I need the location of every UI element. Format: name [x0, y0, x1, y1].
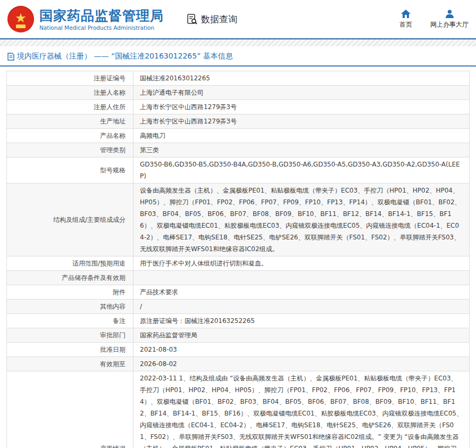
field-value: 2022-03-11 1、结构及组成由 “设备由高频发生器（主机）、金属极板PE… — [133, 371, 470, 448]
field-label: 注册证编号 — [7, 71, 133, 86]
field-value: 原注册证编号：国械注准20163252265 — [133, 314, 470, 328]
field-label: 生产地址 — [7, 114, 133, 129]
hatch-band — [0, 39, 476, 46]
nav-home[interactable]: 首页 — [399, 10, 412, 29]
field-value: 用于医疗手术中对人体组织进行切割和凝血。 — [133, 256, 470, 271]
field-label: 适用范围/预期用途 — [7, 256, 133, 271]
document-icon — [7, 53, 14, 61]
field-label: 有效期至 — [7, 357, 133, 371]
field-value — [133, 271, 470, 285]
table-row: 审批部门 国家药品监督管理局 — [7, 328, 470, 343]
site-header: ★ 国家药品监督管理局 National Medical Products Ad… — [0, 0, 476, 38]
field-value: 2026-08-02 — [133, 357, 470, 371]
field-label: 备注 — [7, 314, 133, 328]
table-row: 其他内容 / — [7, 300, 470, 314]
data-query-icon — [186, 13, 198, 25]
field-value: 上海沪通电子有限公司 — [133, 86, 470, 100]
nmpa-logo[interactable]: ★ — [7, 6, 34, 32]
field-value: 产品技术要求 — [133, 285, 470, 300]
table-row: 注册人名称 上海沪通电子有限公司 — [7, 86, 470, 100]
person-icon — [445, 10, 454, 18]
nav-home-label: 首页 — [399, 20, 412, 29]
field-value: 高频电刀 — [133, 129, 470, 143]
field-label: 产品储存条件及有效期 — [7, 271, 133, 285]
field-label: 产品名称 — [7, 129, 133, 143]
brand-block: 国家药品监督管理局 National Medical Products Admi… — [39, 8, 164, 31]
data-query-link[interactable]: 数据查询 — [186, 13, 237, 26]
nav-service-hall[interactable]: 网上办事大厅 — [430, 10, 469, 29]
table-row: 管理类别 第三类 — [7, 143, 470, 157]
site-subtitle: National Medical Products Administration — [39, 24, 164, 31]
field-label: 结构及组成/主要组成成分 — [7, 184, 133, 256]
field-label: 注册人住所 — [7, 100, 133, 114]
breadcrumb: 境内医疗器械（注册） —— “国械注准20163012265” 基本信息 — [0, 46, 476, 67]
field-label: 型号规格 — [7, 157, 133, 184]
table-row: 附件 产品技术要求 — [7, 285, 470, 300]
field-value: 第三类 — [133, 143, 470, 157]
table-row: 注册人住所 上海市长宁区中山西路1279弄3号 — [7, 100, 470, 114]
main-content: 注册证编号 国械注准20163012265 注册人名称 上海沪通电子有限公司 注… — [0, 67, 476, 448]
table-row: 产品名称 高频电刀 — [7, 129, 470, 143]
field-value: 国家药品监督管理局 — [133, 328, 470, 343]
field-value: 设备由高频发生器（主机）、金属极板PE01、粘贴极板电缆（带夹子）EC03、手控… — [133, 184, 470, 256]
table-row: 有效期至 2026-08-02 — [7, 357, 470, 371]
table-row: 型号规格 GD350-B6,GD350-B5,GD350-B4A,GD350-B… — [7, 157, 470, 184]
field-value: 国械注准20163012265 — [133, 71, 470, 86]
field-label: 附件 — [7, 285, 133, 300]
table-row: 备注 原注册证编号：国械注准20163252265 — [7, 314, 470, 328]
nav-service-hall-label: 网上办事大厅 — [430, 20, 469, 29]
emblem-gate-icon — [16, 24, 26, 28]
field-value: GD350-B6,GD350-B5,GD350-B4A,GD350-B,GD35… — [133, 157, 470, 184]
table-row: 生产地址 上海市长宁区中山西路1279弄3号 — [7, 114, 470, 129]
registration-info-table: 注册证编号 国械注准20163012265 注册人名称 上海沪通电子有限公司 注… — [6, 71, 470, 448]
field-label: 注册人名称 — [7, 86, 133, 100]
table-row: 变更情况 2022-03-11 1、结构及组成由 “设备由高频发生器（主机）、金… — [7, 371, 470, 448]
table-row: 注册证编号 国械注准20163012265 — [7, 71, 470, 86]
site-title: 国家药品监督管理局 — [39, 8, 164, 24]
table-row: 产品储存条件及有效期 — [7, 271, 470, 285]
emblem-star-icon: ★ — [15, 12, 27, 24]
field-label: 批准日期 — [7, 343, 133, 357]
table-row: 批准日期 2021-08-03 — [7, 343, 470, 357]
field-value: 上海市长宁区中山西路1279弄3号 — [133, 114, 470, 129]
home-icon — [401, 10, 411, 18]
field-label: 变更情况 — [7, 371, 133, 448]
field-label: 审批部门 — [7, 328, 133, 343]
field-label: 其他内容 — [7, 300, 133, 314]
field-label: 管理类别 — [7, 143, 133, 157]
data-query-label: 数据查询 — [201, 13, 237, 26]
field-value: 上海市长宁区中山西路1279弄3号 — [133, 100, 470, 114]
table-row: 结构及组成/主要组成成分 设备由高频发生器（主机）、金属极板PE01、粘贴极板电… — [7, 184, 470, 256]
breadcrumb-text: 境内医疗器械（注册） —— “国械注准20163012265” 基本信息 — [17, 52, 233, 61]
field-value: / — [133, 300, 470, 314]
field-value: 2021-08-03 — [133, 343, 470, 357]
table-row: 适用范围/预期用途 用于医疗手术中对人体组织进行切割和凝血。 — [7, 256, 470, 271]
